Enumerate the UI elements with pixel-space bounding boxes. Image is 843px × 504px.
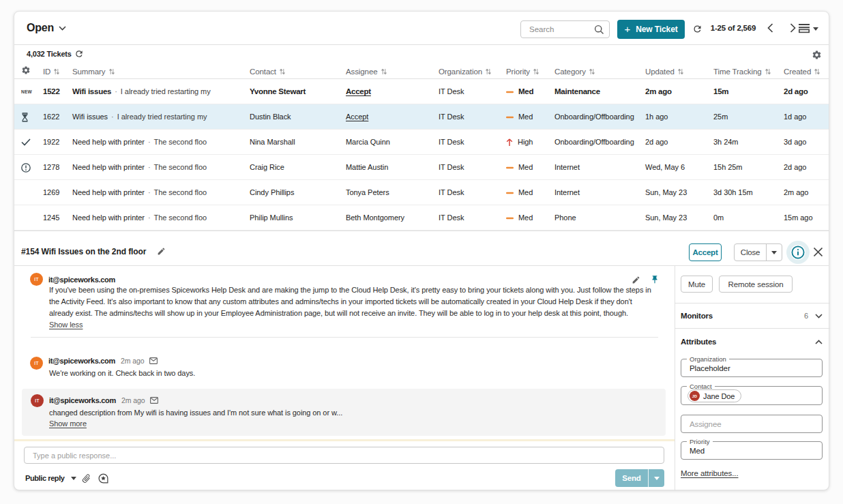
message-time: 2m ago (121, 396, 145, 404)
accept-link[interactable]: Accept (346, 79, 371, 104)
table-settings-icon[interactable] (812, 50, 822, 60)
ticket-count: 4,032 Tickets (27, 44, 72, 63)
attach-file-icon[interactable] (81, 469, 91, 487)
ticket-row-1522[interactable]: NEW 1522 Wifi issues·I already tried res… (14, 79, 829, 104)
show-more-link[interactable]: Show more (49, 419, 87, 428)
reply-type-dropdown[interactable]: Public reply (25, 469, 76, 487)
ticket-contact: Dustin Black (250, 104, 291, 130)
ticket-category: Onboarding/Offboarding (554, 130, 634, 155)
ticket-category: Internet (554, 180, 580, 205)
ticket-row-1922[interactable]: 1922 Need help with printer·The second f… (14, 130, 829, 155)
list-view-menu[interactable] (799, 24, 818, 33)
refresh-list-icon[interactable] (692, 24, 702, 34)
search-icon[interactable] (594, 25, 604, 35)
ticket-row-1245[interactable]: 1245 Need help with printer·The second f… (14, 205, 829, 231)
column-label: Created (784, 68, 811, 76)
ticket-organization: IT Desk (439, 104, 464, 130)
summary-separator: · (145, 213, 154, 222)
new-ticket-button[interactable]: + New Ticket (617, 20, 685, 39)
priority-field-value: Med (690, 442, 705, 459)
attributes-section-header[interactable]: Attributes (681, 337, 823, 346)
ticket-summary: Need help with printer·The second floo (72, 155, 207, 180)
ticket-updated: Sun, May 23 (645, 180, 687, 205)
edit-title-icon[interactable] (157, 242, 166, 256)
column-label: Summary (72, 68, 106, 76)
ticket-category: Internet (554, 155, 580, 180)
column-header-assignee[interactable]: Assignee (346, 63, 387, 79)
column-header-created[interactable]: Created (784, 63, 820, 79)
ticket-id: 1522 (43, 79, 60, 104)
ticket-updated: 2m ago (645, 79, 672, 104)
column-header-organization[interactable]: Organization (439, 63, 491, 79)
sort-icon (678, 68, 683, 75)
show-less-link[interactable]: Show less (49, 321, 83, 329)
ticket-organization: IT Desk (439, 130, 464, 155)
column-label: Updated (645, 68, 675, 76)
avatar: IT (31, 394, 44, 407)
send-options-button[interactable] (648, 469, 664, 487)
next-page-icon[interactable] (787, 23, 799, 33)
previous-page-icon[interactable] (765, 23, 776, 33)
ticket-info-icon[interactable] (790, 245, 805, 260)
response-input[interactable] (25, 447, 664, 463)
monitors-section-header[interactable]: Monitors 6 (681, 311, 823, 321)
ticket-contact: Nina Marshall (250, 130, 295, 155)
close-detail-icon[interactable] (813, 247, 823, 257)
pin-message-icon[interactable] (650, 275, 660, 284)
ticket-contact: Cindy Phillips (250, 180, 294, 205)
avatar: IT (30, 357, 43, 370)
close-button[interactable]: Close (735, 244, 766, 261)
ticket-priority: Med (506, 79, 533, 104)
ticket-updated: 1h ago (645, 104, 668, 130)
assignee-field[interactable]: Assignee (681, 415, 823, 433)
message-sender: it@spiceworks.com (48, 357, 115, 365)
accept-button[interactable]: Accept (689, 243, 722, 261)
ticket-row-1269[interactable]: 1269 Need help with printer·The second f… (14, 180, 829, 205)
column-header-time-tracking[interactable]: Time Tracking (713, 63, 771, 79)
column-label: Category (554, 68, 586, 76)
contact-field[interactable]: Contact JD Jane Doe (681, 386, 823, 405)
priority-field[interactable]: Priority Med (681, 441, 823, 460)
ticket-view-dropdown[interactable]: Open (27, 12, 66, 44)
ticket-summary: Need help with printer·The second floo (72, 180, 207, 205)
column-header-updated[interactable]: Updated (645, 63, 683, 79)
sort-icon (381, 68, 387, 75)
column-settings-icon[interactable] (21, 65, 31, 75)
summary-title: Need help with printer (72, 213, 145, 222)
divider (675, 303, 830, 303)
edit-message-icon[interactable] (632, 276, 640, 284)
ticket-organization: IT Desk (439, 205, 464, 231)
close-options-button[interactable] (766, 244, 782, 261)
contact-chip-avatar: JD (690, 391, 700, 401)
contact-chip[interactable]: JD Jane Doe (687, 389, 741, 402)
ticket-row-1278[interactable]: 1278 Need help with printer·The second f… (14, 155, 829, 180)
check-status-icon (21, 138, 31, 146)
ticket-row-1622[interactable]: 1622 Wifi issues·I already tried restart… (14, 104, 829, 130)
organization-field[interactable]: Organization Placeholder (681, 359, 823, 377)
response-box (24, 447, 664, 464)
send-button[interactable]: Send (615, 469, 648, 487)
column-header-contact[interactable]: Contact (250, 63, 285, 79)
message-text-line: We're working on it. Check back in two d… (49, 369, 195, 377)
column-header-id[interactable]: ID (43, 63, 59, 79)
sort-icon (533, 68, 539, 75)
ticket-category: Phone (554, 205, 576, 231)
accept-link[interactable]: Accept (346, 104, 368, 130)
summary-title: Need help with printer (72, 138, 145, 146)
search-input[interactable] (521, 25, 594, 33)
column-header-category[interactable]: Category (554, 63, 595, 79)
summary-separator: · (145, 138, 154, 146)
ticket-assignee: Marcia Quinn (346, 130, 390, 155)
sort-icon (589, 68, 595, 75)
column-header-priority[interactable]: Priority (506, 63, 539, 79)
summary-title: Wifi issues (72, 87, 111, 95)
refresh-count-icon[interactable] (74, 49, 84, 59)
top-toolbar: Open + New Ticket 1-25 of 2,569 (14, 12, 829, 44)
mute-button[interactable]: Mute (681, 276, 713, 293)
more-attributes-link[interactable]: More attributes... (681, 469, 738, 477)
summary-separator: · (111, 87, 121, 95)
canned-response-icon[interactable] (98, 469, 108, 487)
remote-session-button[interactable]: Remote session (719, 276, 793, 293)
priority-label: Med (518, 205, 533, 231)
column-header-summary[interactable]: Summary (72, 63, 115, 79)
